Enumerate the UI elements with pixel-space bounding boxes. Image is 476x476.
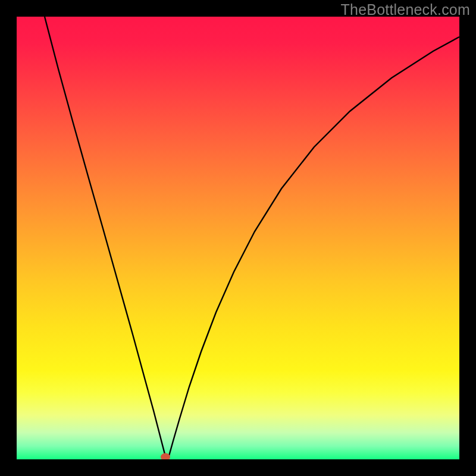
plot-frame bbox=[17, 17, 459, 459]
watermark-label: TheBottleneck.com bbox=[341, 1, 470, 18]
curve-svg bbox=[17, 17, 459, 459]
minimum-marker bbox=[161, 453, 170, 460]
chart-stage: TheBottleneck.com bbox=[0, 0, 476, 476]
bottleneck-curve bbox=[45, 17, 459, 456]
